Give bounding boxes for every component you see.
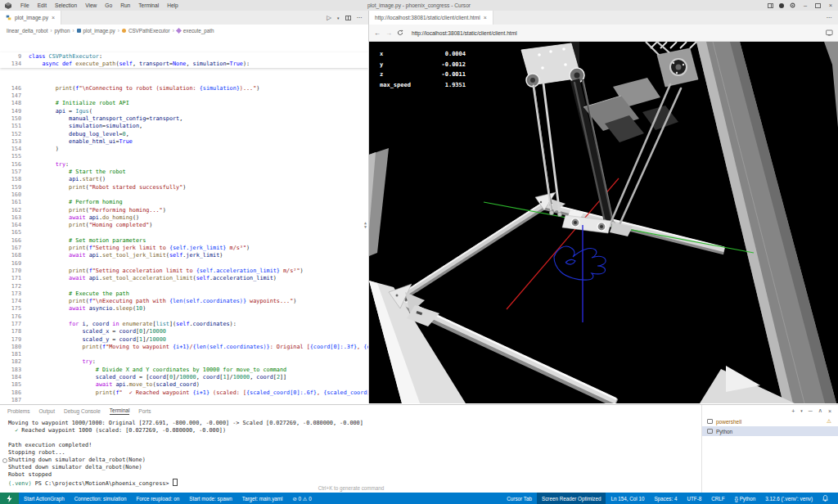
code-line-172[interactable]: 172 bbox=[0, 283, 368, 290]
code-line-181[interactable]: 181 bbox=[0, 351, 368, 358]
split-terminal-icon[interactable]: ─ bbox=[809, 408, 813, 414]
menu-file[interactable]: File bbox=[16, 2, 34, 8]
breadcrumb-item-execute-path[interactable]: execute_path bbox=[183, 28, 214, 34]
menu-run[interactable]: Run bbox=[116, 2, 134, 8]
status-indentation[interactable]: Spaces: 4 bbox=[649, 493, 682, 504]
menu-go[interactable]: Go bbox=[101, 2, 116, 8]
status-connection[interactable]: Connection: simulation bbox=[70, 493, 132, 504]
code-line-175[interactable]: 175 await asyncio.sleep(10) bbox=[0, 305, 368, 313]
code-line-147[interactable]: 147 bbox=[0, 92, 368, 100]
scrollbar-arrows[interactable]: ▲▼ bbox=[364, 221, 367, 229]
restore-button[interactable] bbox=[815, 3, 821, 8]
code-line-9[interactable]: 9class CSVPathExecutor: bbox=[0, 53, 368, 61]
code-line-149[interactable]: 149 api = Igus( bbox=[0, 108, 368, 115]
code-line-186[interactable]: 186 print(f" ✓ Reached waypoint {i+1} (s… bbox=[0, 389, 368, 397]
maximize-panel-icon[interactable]: ∧ bbox=[818, 407, 822, 414]
code-line-177[interactable]: 177 for i, coord in enumerate[list](self… bbox=[0, 321, 368, 328]
status-eol[interactable]: CRLF bbox=[706, 493, 729, 504]
code-line-180[interactable]: 180 print(f"Moving to waypoint {i+1}/{le… bbox=[0, 344, 368, 351]
panel-tab-debug-console[interactable]: Debug Console bbox=[64, 408, 101, 414]
code-line-146[interactable]: 146 print(f"\nConnecting to robot (simul… bbox=[0, 85, 368, 92]
code-line-151[interactable]: 151 simulation=simulation, bbox=[0, 123, 368, 130]
open-external-icon[interactable] bbox=[826, 29, 833, 36]
code-line-150[interactable]: 150 manual_transport_config=transport, bbox=[0, 115, 368, 123]
terminal-dropdown-icon[interactable]: ▾ bbox=[800, 408, 803, 413]
breadcrumb-item-csvpathexecutor[interactable]: CSVPathExecutor bbox=[128, 28, 170, 34]
breadcrumb-item-linear-delta-robot[interactable]: linear_delta_robot bbox=[7, 28, 47, 34]
status-cursor-tab[interactable]: Cursor Tab bbox=[502, 493, 537, 504]
status-cursor-position[interactable]: Ln 154, Col 10 bbox=[606, 493, 649, 504]
terminal-session-powershell[interactable]: powershell⚠ bbox=[702, 416, 838, 426]
code-line-178[interactable]: 178 scaled_x = coord[0]/10000 bbox=[0, 328, 368, 335]
settings-gear-icon[interactable] bbox=[790, 2, 795, 8]
menu-help[interactable]: Help bbox=[163, 2, 182, 8]
minimize-button[interactable]: – bbox=[801, 2, 809, 9]
split-editor-icon[interactable] bbox=[768, 3, 773, 8]
code-line-162[interactable]: 162 print("Performing homing...") bbox=[0, 207, 368, 214]
menu-terminal[interactable]: Terminal bbox=[134, 2, 163, 8]
code-line-167[interactable]: 167 print(f"Setting jerk limit to {self.… bbox=[0, 245, 368, 252]
code-line-157[interactable]: 157 # Start the robot bbox=[0, 169, 368, 176]
panel-tab-terminal[interactable]: Terminal bbox=[110, 407, 130, 415]
tab-plot-image-py[interactable]: plot_image.py × bbox=[0, 11, 61, 25]
code-line-155[interactable]: 155 bbox=[0, 153, 368, 160]
editor-more-icon[interactable]: ⋯ bbox=[357, 14, 363, 21]
breadcrumb-item-python[interactable]: python bbox=[55, 28, 70, 34]
status-force-reupload[interactable]: Force reupload: on bbox=[131, 493, 184, 504]
run-button[interactable]: ▷ bbox=[327, 14, 331, 21]
code-line-134[interactable]: 134 async def execute_path(self, transpo… bbox=[0, 61, 368, 68]
code-line-183[interactable]: 183 # Divide X and Y coordinates by 1000… bbox=[0, 367, 368, 374]
code-line-173[interactable]: 173 # Execute the path bbox=[0, 290, 368, 298]
panel-tab-problems[interactable]: Problems bbox=[7, 408, 29, 414]
code-line-156[interactable]: 156 try: bbox=[0, 161, 368, 169]
menu-selection[interactable]: Selection bbox=[51, 2, 81, 8]
code-line-174[interactable]: 174 print(f"\nExecuting path with {len(s… bbox=[0, 298, 368, 305]
status-remote[interactable] bbox=[0, 493, 19, 504]
close-panel-icon[interactable]: × bbox=[828, 408, 831, 414]
code-line-171[interactable]: 171 await api.set_tool_acceleration_limi… bbox=[0, 275, 368, 282]
code-line-166[interactable]: 166 # Set motion parameters bbox=[0, 237, 368, 245]
url-field[interactable]: http://localhost:38081/static/client/cli… bbox=[412, 30, 517, 36]
status-screen-reader[interactable]: Screen Reader Optimized bbox=[537, 493, 606, 504]
code-line-185[interactable]: 185 await api.move_to(scaled_coord) bbox=[0, 381, 368, 389]
code-line-168[interactable]: 168 await api.set_tool_jerk_limit(self.j… bbox=[0, 252, 368, 259]
status-python-version[interactable]: 3.12.6 ('.venv': venv) bbox=[760, 493, 818, 504]
status-target[interactable]: Target: main.yaml bbox=[237, 493, 288, 504]
code-line-158[interactable]: 158 api.start() bbox=[0, 176, 368, 183]
code-line-165[interactable]: 165 bbox=[0, 229, 368, 236]
new-terminal-icon[interactable]: + bbox=[791, 408, 795, 414]
code-line-176[interactable]: 176 bbox=[0, 313, 368, 321]
back-icon[interactable]: ← bbox=[374, 29, 381, 37]
status-start-actiongraph[interactable]: Start ActionGraph bbox=[19, 493, 70, 504]
code-line-148[interactable]: 148 # Initialize robot API bbox=[0, 100, 368, 107]
code-line-164[interactable]: 164 print("Homing completed") bbox=[0, 222, 368, 229]
account-icon[interactable] bbox=[779, 3, 784, 8]
panel-tab-output[interactable]: Output bbox=[38, 408, 55, 414]
status-language[interactable]: {} Python bbox=[730, 493, 761, 504]
code-line-169[interactable]: 169 bbox=[0, 260, 368, 268]
code-line-179[interactable]: 179 scaled_y = coord[1]/10000 bbox=[0, 336, 368, 344]
menu-edit[interactable]: Edit bbox=[34, 2, 51, 8]
close-button[interactable]: × bbox=[827, 2, 835, 9]
code-line-159[interactable]: 159 print("Robot started successfully") bbox=[0, 184, 368, 191]
code-line-163[interactable]: 163 await api.do_homing() bbox=[0, 214, 368, 222]
code-line-170[interactable]: 170 print(f"Setting acceleration limit t… bbox=[0, 268, 368, 275]
terminal-session-python[interactable]: Python bbox=[702, 426, 838, 436]
code-line-184[interactable]: 184 scaled_coord = [coord[0]/10000, coor… bbox=[0, 374, 368, 381]
reload-icon[interactable] bbox=[397, 29, 403, 36]
code-line-152[interactable]: 152 debug_log_level=0, bbox=[0, 131, 368, 138]
terminal-panel[interactable]: ProblemsOutputDebug ConsoleTerminalPorts… bbox=[0, 405, 702, 493]
forward-icon[interactable]: → bbox=[385, 29, 392, 37]
code-line-160[interactable]: 160 bbox=[0, 191, 368, 199]
code-line-187[interactable]: 187 bbox=[0, 397, 368, 403]
tab-client-html[interactable]: http://localhost:38081/static/client/cli… bbox=[369, 11, 493, 25]
panel-tab-ports[interactable]: Ports bbox=[138, 408, 151, 414]
browser-more-icon[interactable]: ⋯ bbox=[827, 14, 833, 21]
robot-3d-viewport[interactable]: x0.0004y-0.0012z-0.0011max_speed1.9351 bbox=[369, 42, 838, 403]
menu-view[interactable]: View bbox=[81, 2, 101, 8]
status-notifications[interactable] bbox=[818, 493, 833, 504]
status-start-mode[interactable]: Start mode: spawn bbox=[184, 493, 237, 504]
status-encoding[interactable]: UTF-8 bbox=[682, 493, 706, 504]
status-problems[interactable]: ⊘ 0 ⚠ 0 bbox=[287, 493, 316, 504]
code-line-182[interactable]: 182 try: bbox=[0, 358, 368, 366]
